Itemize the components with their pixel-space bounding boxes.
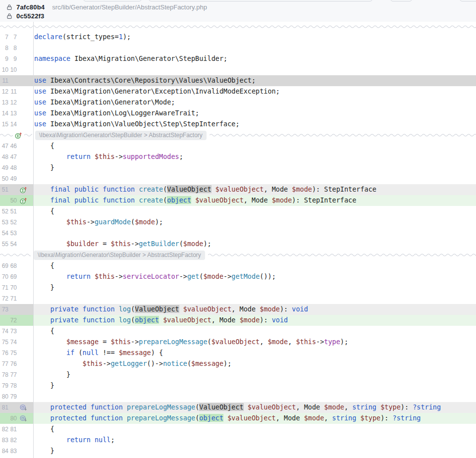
- code-text[interactable]: private function log(object $valueObject…: [34, 315, 476, 326]
- commit-hash-left: 7afc80b4: [16, 3, 45, 11]
- code-line: 8079: [0, 391, 476, 402]
- code-text[interactable]: protected function prepareLogMessage(obj…: [34, 413, 476, 424]
- code-text[interactable]: $builder = $this->getBuilder($mode);: [34, 239, 476, 250]
- collapsed-region-separator[interactable]: \Ibexa\Migration\Generator\StepBuilder >…: [0, 250, 476, 260]
- code-text[interactable]: use Ibexa\Migration\Log\LoggerAwareTrait…: [34, 108, 476, 119]
- gutter: 8281: [0, 424, 34, 435]
- code-text[interactable]: }: [34, 446, 476, 457]
- new-line-number: 68: [8, 262, 17, 269]
- code-text[interactable]: use Ibexa\Contracts\Core\Repository\Valu…: [34, 75, 476, 86]
- old-line-number: 84: [0, 448, 8, 455]
- code-text[interactable]: }: [34, 380, 476, 391]
- gutter: 7271: [0, 293, 34, 304]
- code-text[interactable]: use Ibexa\Migration\Generator\Mode;: [34, 97, 476, 108]
- gutter: 4847: [0, 152, 34, 162]
- code-text[interactable]: }: [34, 369, 476, 380]
- code-text[interactable]: [34, 391, 476, 402]
- new-line-number: 10: [8, 66, 17, 73]
- new-line-number: 80: [8, 415, 17, 422]
- code-text[interactable]: {: [34, 424, 476, 435]
- breadcrumb[interactable]: \Ibexa\Migration\Generator\StepBuilder >…: [34, 251, 205, 260]
- collapsed-region-separator[interactable]: \Ibexa\Migration\Generator\StepBuilder >…: [0, 130, 476, 141]
- code-text[interactable]: return $this->supportedModes;: [34, 152, 476, 162]
- new-line-number: 81: [8, 426, 17, 433]
- diff-code-area: 77declare(strict_types=1);8899namespace …: [0, 32, 476, 457]
- gutter: 1312: [0, 97, 34, 108]
- cropped-toolbar-chip: [83, 0, 142, 1]
- code-line: 8483 }: [0, 446, 476, 457]
- implements-icon[interactable]: [19, 197, 28, 204]
- code-text[interactable]: use Ibexa\Migration\ValueObject\Step\Ste…: [34, 119, 476, 130]
- old-line-number: 82: [0, 426, 8, 433]
- gutter: 72: [0, 315, 34, 326]
- code-text[interactable]: }: [34, 282, 476, 293]
- code-text[interactable]: [34, 43, 476, 53]
- code-line: 4746 {: [0, 141, 476, 152]
- code-text[interactable]: final public function create(ValueObject…: [34, 184, 476, 195]
- gutter: 99: [0, 53, 34, 64]
- code-text[interactable]: [34, 228, 476, 239]
- old-line-number: 10: [0, 66, 8, 73]
- gutter: 11: [0, 75, 34, 86]
- code-text[interactable]: $message = $this->prepareLogMessage($val…: [34, 337, 476, 348]
- implements-icon[interactable]: [19, 186, 28, 194]
- code-text[interactable]: if (null !== $message) {: [34, 348, 476, 358]
- code-text[interactable]: protected function prepareLogMessage(Val…: [34, 402, 476, 413]
- code-line: 7574 $message = $this->prepareLogMessage…: [0, 337, 476, 348]
- code-text[interactable]: private function log(ValueObject $valueO…: [34, 304, 476, 315]
- code-line: 99namespace Ibexa\Migration\Generator\St…: [0, 53, 476, 64]
- code-text[interactable]: [34, 293, 476, 304]
- code-text[interactable]: namespace Ibexa\Migration\Generator\Step…: [34, 53, 476, 64]
- gutter: 8382: [0, 435, 34, 446]
- code-text[interactable]: {: [34, 326, 476, 337]
- code-line: 7675 if (null !== $message) {: [0, 348, 476, 358]
- code-text[interactable]: {: [34, 206, 476, 217]
- code-line: 7776 $this->getLogger()->notice($message…: [0, 358, 476, 369]
- new-line-number: 9: [8, 55, 17, 62]
- gutter: 4746: [0, 141, 34, 152]
- new-line-number: 52: [8, 219, 17, 226]
- old-line-number: 77: [0, 360, 8, 367]
- code-text[interactable]: {: [34, 141, 476, 152]
- top-collapsed-separator[interactable]: [0, 22, 476, 32]
- code-line: 7978 }: [0, 380, 476, 391]
- gutter: 7170: [0, 282, 34, 293]
- new-line-number: 46: [8, 143, 17, 150]
- code-text[interactable]: [34, 173, 476, 184]
- code-text[interactable]: [34, 64, 476, 75]
- gutter: 7978: [0, 380, 34, 391]
- gutter: 1514: [0, 119, 34, 130]
- old-line-number: 72: [0, 295, 8, 302]
- code-text[interactable]: $this->getLogger()->notice($message);: [34, 358, 476, 369]
- code-text[interactable]: declare(strict_types=1);: [34, 32, 476, 43]
- code-text[interactable]: }: [34, 162, 476, 173]
- old-line-number: 50: [0, 175, 8, 182]
- old-line-number: 52: [0, 208, 8, 215]
- code-text[interactable]: return null;: [34, 435, 476, 446]
- file-path: src/lib/Generator/StepBuilder/AbstractSt…: [52, 3, 207, 11]
- old-line-number: 83: [0, 437, 8, 444]
- code-text[interactable]: {: [34, 260, 476, 271]
- old-line-number: 9: [0, 55, 8, 62]
- old-line-number: 75: [0, 339, 8, 346]
- code-text[interactable]: $this->guardMode($mode);: [34, 217, 476, 228]
- old-line-number: 8: [0, 45, 8, 51]
- code-text[interactable]: use Ibexa\Migration\Generator\Exception\…: [34, 86, 476, 97]
- implements-icon[interactable]: [14, 132, 23, 139]
- old-line-number: 80: [0, 393, 8, 400]
- old-line-number: 12: [0, 88, 8, 95]
- old-line-number: 54: [0, 230, 8, 237]
- overridden-icon[interactable]: [19, 404, 28, 411]
- gutter-divider: [33, 130, 34, 141]
- gutter: 5352: [0, 217, 34, 228]
- gutter: 5554: [0, 239, 34, 250]
- code-line: 5251 {: [0, 206, 476, 217]
- diff-header: 7afc80b4 src/lib/Generator/StepBuilder/A…: [0, 0, 476, 22]
- gutter: 8079: [0, 391, 34, 402]
- code-text[interactable]: return $this->serviceLocator->get($mode-…: [34, 271, 476, 282]
- new-line-number: 72: [8, 317, 17, 324]
- breadcrumb[interactable]: \Ibexa\Migration\Generator\StepBuilder >…: [35, 131, 207, 140]
- code-text[interactable]: final public function create(object $val…: [34, 195, 476, 206]
- old-line-number: 48: [0, 153, 8, 160]
- overridden-icon[interactable]: [19, 415, 28, 422]
